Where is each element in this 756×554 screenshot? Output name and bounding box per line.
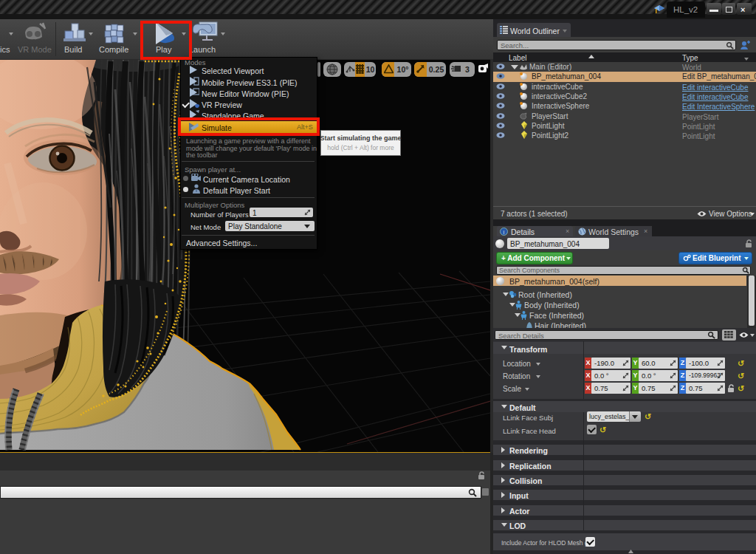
svg-text:i: i xyxy=(504,229,505,236)
